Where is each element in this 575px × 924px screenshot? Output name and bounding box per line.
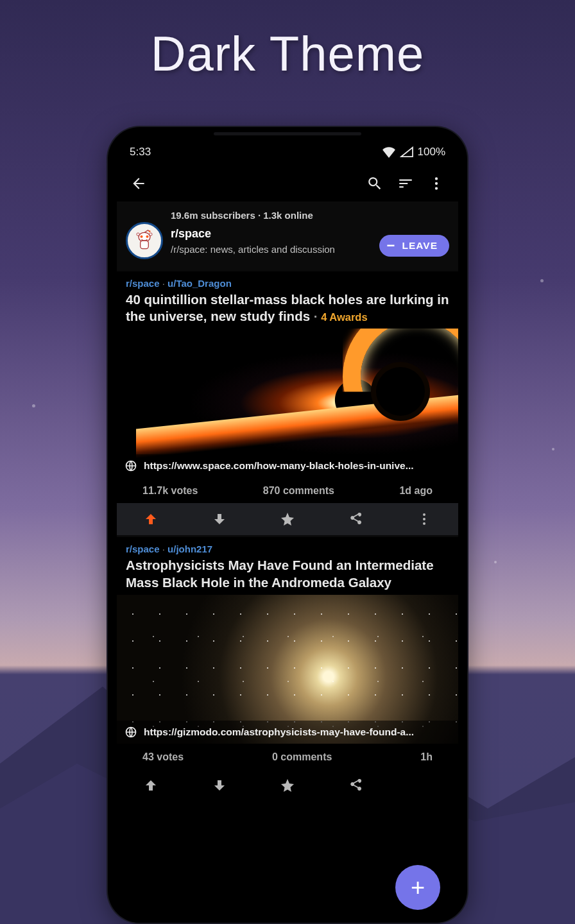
share-button[interactable] <box>322 778 390 793</box>
post-thumbnail[interactable]: https://www.space.com/how-many-black-hol… <box>117 329 458 477</box>
save-button[interactable] <box>253 511 322 527</box>
post-author[interactable]: u/Tao_Dragon <box>167 278 232 289</box>
post-age: 1d ago <box>399 485 433 497</box>
subreddit-stats: 19.6m subscribers · 1.3k online <box>171 209 372 222</box>
arrow-down-icon <box>212 778 227 793</box>
downvote-button[interactable] <box>185 511 253 527</box>
more-vert-icon <box>416 511 432 527</box>
subreddit-header: 19.6m subscribers · 1.3k online r/space … <box>117 201 458 270</box>
share-icon <box>348 511 363 527</box>
status-battery: 100% <box>418 146 445 158</box>
post-comments: 870 comments <box>263 485 334 497</box>
overflow-button[interactable] <box>422 169 451 198</box>
upvote-button[interactable] <box>117 778 185 793</box>
background-star <box>540 279 544 282</box>
upvote-button[interactable] <box>117 511 185 527</box>
leave-button-label: LEAVE <box>402 240 438 252</box>
background-star <box>32 404 35 407</box>
post-title[interactable]: 40 quintillion stellar-mass black holes … <box>117 291 458 329</box>
post-action-bar <box>117 503 458 535</box>
post-feed[interactable]: r/space · u/Tao_Dragon 40 quintillion st… <box>117 270 458 923</box>
post-votes: 43 votes <box>142 751 184 763</box>
more-vert-icon <box>428 175 445 192</box>
post-comments: 0 comments <box>272 751 332 763</box>
svg-point-3 <box>137 233 139 235</box>
sort-button[interactable] <box>391 169 420 198</box>
post-link-bar[interactable]: https://gizmodo.com/astrophysicists-may-… <box>117 721 458 744</box>
screen: 5:33 100% <box>117 139 458 923</box>
app-bar <box>117 166 458 201</box>
post-card[interactable]: r/space · u/john217 Astrophysicists May … <box>117 535 458 801</box>
globe-icon <box>124 459 137 472</box>
subreddit-description: /r/space: news, articles and discussion <box>171 243 372 256</box>
subreddit-name[interactable]: r/space <box>171 226 372 241</box>
wifi-icon <box>382 146 396 158</box>
star-icon <box>280 778 295 793</box>
share-button[interactable] <box>322 511 390 527</box>
back-button[interactable] <box>124 169 153 198</box>
share-icon <box>348 778 363 793</box>
post-stats: 43 votes 0 comments 1h <box>117 744 458 769</box>
save-button[interactable] <box>253 778 322 793</box>
promo-title: Dark Theme <box>0 26 575 81</box>
arrow-down-icon <box>212 511 227 527</box>
post-overflow-button[interactable] <box>390 511 458 527</box>
post-action-bar <box>117 769 458 801</box>
svg-point-1 <box>140 235 142 238</box>
status-time: 5:33 <box>130 146 151 158</box>
reddit-mascot-icon <box>133 229 156 252</box>
post-stats: 11.7k votes 870 comments 1d ago <box>117 477 458 503</box>
phone-notch <box>214 132 361 135</box>
post-subreddit[interactable]: r/space <box>126 543 160 554</box>
status-bar: 5:33 100% <box>117 139 458 166</box>
svg-rect-6 <box>141 241 149 249</box>
post-title[interactable]: Astrophysicists May Have Found an Interm… <box>117 557 458 594</box>
subreddit-avatar[interactable] <box>126 222 163 259</box>
signal-icon <box>400 146 414 158</box>
leave-button[interactable]: − LEAVE <box>379 235 449 257</box>
compose-fab[interactable]: + <box>395 865 440 910</box>
svg-point-4 <box>150 233 152 235</box>
sort-icon <box>397 175 414 192</box>
phone-frame: 5:33 100% <box>108 127 467 923</box>
background-star <box>552 448 554 450</box>
arrow-back-icon <box>130 175 147 192</box>
downvote-button[interactable] <box>185 778 253 793</box>
svg-point-2 <box>146 235 148 238</box>
post-link-bar[interactable]: https://www.space.com/how-many-black-hol… <box>117 454 458 477</box>
search-button[interactable] <box>361 169 389 198</box>
post-awards[interactable]: 4 Awards <box>321 311 367 323</box>
plus-icon: + <box>411 874 425 902</box>
post-votes: 11.7k votes <box>142 485 198 497</box>
post-subreddit[interactable]: r/space <box>126 278 160 289</box>
post-age: 1h <box>420 751 433 763</box>
arrow-up-icon <box>143 511 159 527</box>
post-link-text: https://www.space.com/how-many-black-hol… <box>144 460 414 472</box>
search-icon <box>366 175 383 192</box>
post-card[interactable]: r/space · u/Tao_Dragon 40 quintillion st… <box>117 270 458 535</box>
globe-icon <box>124 726 137 739</box>
post-link-text: https://gizmodo.com/astrophysicists-may-… <box>144 726 414 738</box>
post-meta: r/space · u/Tao_Dragon <box>117 278 458 291</box>
arrow-up-icon <box>143 778 159 793</box>
svg-point-5 <box>149 230 151 232</box>
post-meta: r/space · u/john217 <box>117 543 458 557</box>
post-author[interactable]: u/john217 <box>167 543 212 554</box>
post-thumbnail[interactable]: https://gizmodo.com/astrophysicists-may-… <box>117 595 458 744</box>
star-icon <box>280 511 295 527</box>
